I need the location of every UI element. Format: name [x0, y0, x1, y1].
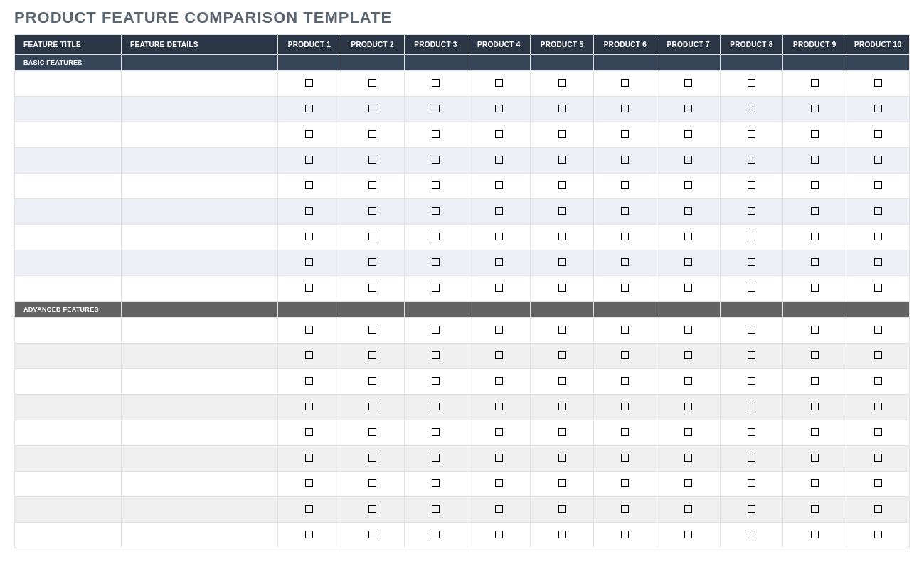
checkbox-icon[interactable] [684, 479, 692, 487]
feature-title-cell[interactable] [15, 395, 122, 420]
checkbox-icon[interactable] [684, 79, 692, 87]
checkbox-icon[interactable] [621, 79, 629, 87]
checkbox-icon[interactable] [874, 105, 882, 112]
checkbox-icon[interactable] [748, 79, 755, 87]
checkbox-icon[interactable] [684, 428, 692, 436]
checkbox-icon[interactable] [621, 351, 629, 359]
checkbox-icon[interactable] [811, 479, 819, 487]
checkbox-icon[interactable] [621, 156, 629, 164]
checkbox-icon[interactable] [368, 428, 376, 436]
checkbox-icon[interactable] [748, 377, 755, 385]
checkbox-icon[interactable] [811, 454, 819, 462]
feature-title-cell[interactable] [15, 122, 122, 148]
checkbox-icon[interactable] [874, 326, 882, 334]
checkbox-icon[interactable] [558, 156, 566, 164]
checkbox-icon[interactable] [621, 428, 629, 436]
checkbox-icon[interactable] [368, 531, 376, 538]
checkbox-icon[interactable] [495, 479, 503, 487]
feature-details-cell[interactable] [122, 276, 278, 302]
checkbox-icon[interactable] [558, 284, 566, 292]
checkbox-icon[interactable] [368, 403, 376, 410]
checkbox-icon[interactable] [305, 258, 313, 266]
checkbox-icon[interactable] [432, 207, 440, 215]
checkbox-icon[interactable] [811, 130, 819, 138]
checkbox-icon[interactable] [305, 454, 313, 462]
checkbox-icon[interactable] [748, 105, 755, 112]
feature-title-cell[interactable] [15, 497, 122, 523]
feature-details-cell[interactable] [122, 420, 278, 446]
checkbox-icon[interactable] [368, 156, 376, 164]
checkbox-icon[interactable] [495, 531, 503, 538]
checkbox-icon[interactable] [495, 505, 503, 513]
checkbox-icon[interactable] [495, 105, 503, 112]
checkbox-icon[interactable] [748, 284, 755, 292]
checkbox-icon[interactable] [558, 403, 566, 410]
checkbox-icon[interactable] [874, 428, 882, 436]
checkbox-icon[interactable] [684, 105, 692, 112]
checkbox-icon[interactable] [432, 284, 440, 292]
checkbox-icon[interactable] [684, 531, 692, 538]
checkbox-icon[interactable] [558, 351, 566, 359]
checkbox-icon[interactable] [621, 454, 629, 462]
checkbox-icon[interactable] [748, 428, 755, 436]
checkbox-icon[interactable] [495, 233, 503, 240]
checkbox-icon[interactable] [874, 284, 882, 292]
checkbox-icon[interactable] [621, 479, 629, 487]
checkbox-icon[interactable] [811, 233, 819, 240]
feature-details-cell[interactable] [122, 446, 278, 472]
checkbox-icon[interactable] [495, 156, 503, 164]
checkbox-icon[interactable] [874, 181, 882, 189]
checkbox-icon[interactable] [495, 284, 503, 292]
checkbox-icon[interactable] [558, 531, 566, 538]
checkbox-icon[interactable] [432, 105, 440, 112]
checkbox-icon[interactable] [558, 479, 566, 487]
checkbox-icon[interactable] [621, 505, 629, 513]
checkbox-icon[interactable] [432, 505, 440, 513]
checkbox-icon[interactable] [811, 351, 819, 359]
feature-details-cell[interactable] [122, 318, 278, 344]
checkbox-icon[interactable] [874, 207, 882, 215]
checkbox-icon[interactable] [748, 531, 755, 538]
checkbox-icon[interactable] [368, 454, 376, 462]
checkbox-icon[interactable] [558, 233, 566, 240]
feature-title-cell[interactable] [15, 174, 122, 199]
checkbox-icon[interactable] [495, 403, 503, 410]
feature-details-cell[interactable] [122, 199, 278, 225]
checkbox-icon[interactable] [748, 326, 755, 334]
checkbox-icon[interactable] [305, 156, 313, 164]
checkbox-icon[interactable] [432, 351, 440, 359]
feature-title-cell[interactable] [15, 523, 122, 548]
checkbox-icon[interactable] [621, 284, 629, 292]
checkbox-icon[interactable] [748, 505, 755, 513]
checkbox-icon[interactable] [748, 403, 755, 410]
checkbox-icon[interactable] [558, 258, 566, 266]
checkbox-icon[interactable] [684, 326, 692, 334]
feature-title-cell[interactable] [15, 225, 122, 250]
checkbox-icon[interactable] [621, 258, 629, 266]
feature-title-cell[interactable] [15, 420, 122, 446]
feature-details-cell[interactable] [122, 71, 278, 97]
checkbox-icon[interactable] [558, 79, 566, 87]
checkbox-icon[interactable] [495, 258, 503, 266]
checkbox-icon[interactable] [684, 505, 692, 513]
checkbox-icon[interactable] [811, 505, 819, 513]
checkbox-icon[interactable] [684, 233, 692, 240]
checkbox-icon[interactable] [874, 454, 882, 462]
feature-details-cell[interactable] [122, 122, 278, 148]
checkbox-icon[interactable] [811, 156, 819, 164]
checkbox-icon[interactable] [432, 233, 440, 240]
checkbox-icon[interactable] [305, 505, 313, 513]
checkbox-icon[interactable] [558, 428, 566, 436]
checkbox-icon[interactable] [874, 479, 882, 487]
checkbox-icon[interactable] [811, 258, 819, 266]
feature-title-cell[interactable] [15, 318, 122, 344]
checkbox-icon[interactable] [558, 130, 566, 138]
feature-title-cell[interactable] [15, 199, 122, 225]
checkbox-icon[interactable] [368, 79, 376, 87]
checkbox-icon[interactable] [621, 105, 629, 112]
checkbox-icon[interactable] [811, 531, 819, 538]
checkbox-icon[interactable] [748, 479, 755, 487]
feature-title-cell[interactable] [15, 250, 122, 276]
checkbox-icon[interactable] [748, 181, 755, 189]
checkbox-icon[interactable] [432, 403, 440, 410]
